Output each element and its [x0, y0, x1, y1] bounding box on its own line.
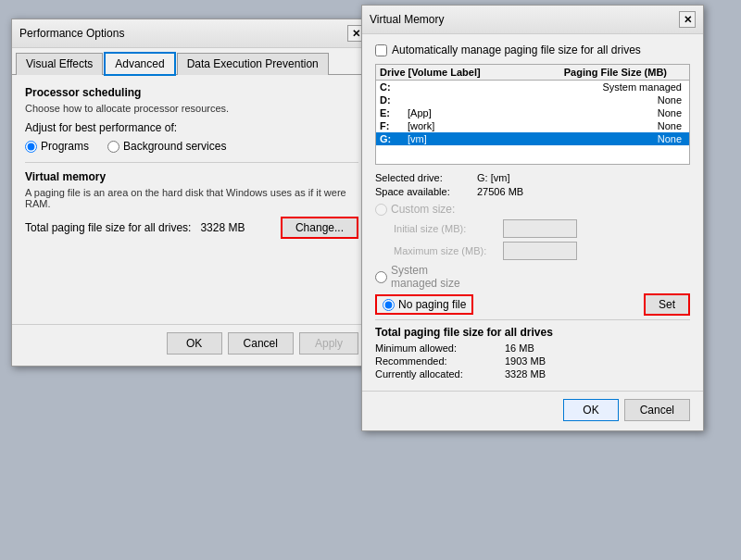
header-paging: Paging File Size (MB): [500, 67, 685, 78]
custom-size-label[interactable]: Custom size:: [375, 203, 468, 216]
no-paging-radio[interactable]: [383, 299, 395, 311]
perf-dialog-titlebar: Performance Options ✕: [12, 19, 371, 48]
max-size-input[interactable]: [503, 242, 577, 260]
recommended-value: 1903 MB: [505, 355, 690, 367]
vm-dialog-title: Virtual Memory: [370, 13, 444, 26]
processor-radio-group: Programs Background services: [25, 140, 358, 153]
processor-section-title: Processor scheduling: [25, 86, 358, 99]
perf-dialog-title: Performance Options: [19, 27, 124, 40]
space-available-value: 27506 MB: [477, 186, 690, 197]
currently-allocated-label: Currently allocated:: [375, 368, 505, 380]
auto-manage-checkbox[interactable]: [375, 44, 387, 56]
no-paging-label: No paging file: [398, 298, 466, 311]
no-paging-row: No paging file Set: [375, 293, 690, 316]
divider1: [25, 162, 358, 163]
vm-dialog-titlebar: Virtual Memory ✕: [362, 6, 703, 34]
table-row[interactable]: E: [App] None: [376, 106, 689, 119]
recommended-label: Recommended:: [375, 355, 505, 367]
bg-services-label: Background services: [123, 140, 226, 153]
recommended-row: Recommended: 1903 MB: [375, 355, 690, 367]
vmem-section: Virtual memory A paging file is an area …: [25, 170, 358, 239]
paging-table: Drive [Volume Label] Paging File Size (M…: [375, 64, 690, 165]
perf-tab-bar: Visual Effects Advanced Data Execution P…: [12, 48, 371, 75]
custom-size-radio[interactable]: [375, 204, 387, 216]
programs-radio[interactable]: [25, 141, 37, 153]
table-row[interactable]: D: None: [376, 93, 689, 106]
paging-table-header: Drive [Volume Label] Paging File Size (M…: [376, 65, 689, 81]
min-allowed-row: Minimum allowed: 16 MB: [375, 342, 690, 354]
size-options-group: Custom size: Initial size (MB): Maximum …: [375, 203, 690, 316]
total-section: Total paging file size for all drives Mi…: [375, 319, 690, 380]
bg-services-radio-label[interactable]: Background services: [107, 140, 226, 153]
perf-ok-btn[interactable]: OK: [167, 332, 222, 355]
tab-advanced[interactable]: Advanced: [105, 53, 174, 75]
virtual-memory-dialog: Virtual Memory ✕ Automatically manage pa…: [361, 5, 704, 431]
no-paging-outlined: No paging file: [375, 294, 473, 315]
auto-manage-row: Automatically manage paging file size fo…: [375, 44, 690, 56]
system-managed-label[interactable]: System managed size: [375, 264, 468, 290]
performance-options-dialog: Performance Options ✕ Visual Effects Adv…: [11, 19, 372, 367]
tab-dep[interactable]: Data Execution Prevention: [177, 53, 329, 75]
min-allowed-label: Minimum allowed:: [375, 342, 505, 354]
vm-dialog-footer: OK Cancel: [362, 391, 703, 430]
vm-content: Automatically manage paging file size fo…: [362, 34, 703, 391]
paging-table-body[interactable]: C: System managed D: None E: [App] None: [376, 81, 689, 164]
header-drive: Drive [Volume Label]: [380, 67, 500, 78]
total-section-title: Total paging file size for all drives: [375, 326, 690, 339]
perf-dialog-footer: OK Cancel Apply: [12, 324, 371, 366]
bg-services-radio[interactable]: [107, 141, 119, 153]
max-size-label: Maximum size (MB):: [394, 245, 496, 256]
table-row-selected[interactable]: G: [vm] None: [376, 132, 689, 145]
currently-allocated-row: Currently allocated: 3328 MB: [375, 368, 690, 380]
perf-dialog-content: Processor scheduling Choose how to alloc…: [12, 75, 371, 250]
space-available-label: Space available:: [375, 186, 477, 197]
initial-size-label: Initial size (MB):: [394, 223, 496, 234]
perf-apply-btn[interactable]: Apply: [299, 332, 358, 355]
min-allowed-value: 16 MB: [505, 342, 690, 354]
change-btn[interactable]: Change...: [281, 217, 358, 239]
selected-drive-row: Selected drive: G: [vm]: [375, 172, 690, 183]
initial-size-row: Initial size (MB):: [394, 219, 690, 238]
programs-radio-label[interactable]: Programs: [25, 140, 89, 153]
processor-section-desc: Choose how to allocate processor resourc…: [25, 103, 358, 114]
vm-dialog-close-btn[interactable]: ✕: [679, 11, 696, 28]
table-row[interactable]: F: [work] None: [376, 119, 689, 132]
custom-size-row: Custom size:: [375, 203, 690, 216]
perf-cancel-btn[interactable]: Cancel: [228, 332, 294, 355]
vmem-total-label-text: Total paging file size for all drives:: [25, 221, 191, 234]
selected-drive-label: Selected drive:: [375, 172, 477, 183]
vmem-title: Virtual memory: [25, 170, 358, 183]
initial-size-input[interactable]: [503, 219, 577, 238]
vm-ok-btn[interactable]: OK: [563, 399, 618, 421]
currently-allocated-value: 3328 MB: [505, 368, 690, 380]
tab-visual-effects[interactable]: Visual Effects: [16, 53, 103, 75]
auto-manage-label: Automatically manage paging file size fo…: [392, 44, 641, 56]
space-available-row: Space available: 27506 MB: [375, 186, 690, 197]
vmem-desc: A paging file is an area on the hard dis…: [25, 187, 358, 209]
max-size-row: Maximum size (MB):: [394, 242, 690, 260]
vmem-row: Total paging file size for all drives: 3…: [25, 217, 358, 239]
programs-label: Programs: [41, 140, 89, 153]
set-btn[interactable]: Set: [644, 293, 690, 316]
vmem-total-value: 3328 MB: [200, 221, 245, 234]
system-managed-row: System managed size: [375, 264, 690, 290]
vmem-total-label: Total paging file size for all drives: 3…: [25, 221, 245, 234]
table-row[interactable]: C: System managed: [376, 81, 689, 93]
adjust-label: Adjust for best performance of:: [25, 121, 358, 134]
vm-cancel-btn[interactable]: Cancel: [624, 399, 690, 421]
system-managed-radio[interactable]: [375, 271, 387, 283]
selected-drive-value: G: [vm]: [477, 172, 690, 183]
